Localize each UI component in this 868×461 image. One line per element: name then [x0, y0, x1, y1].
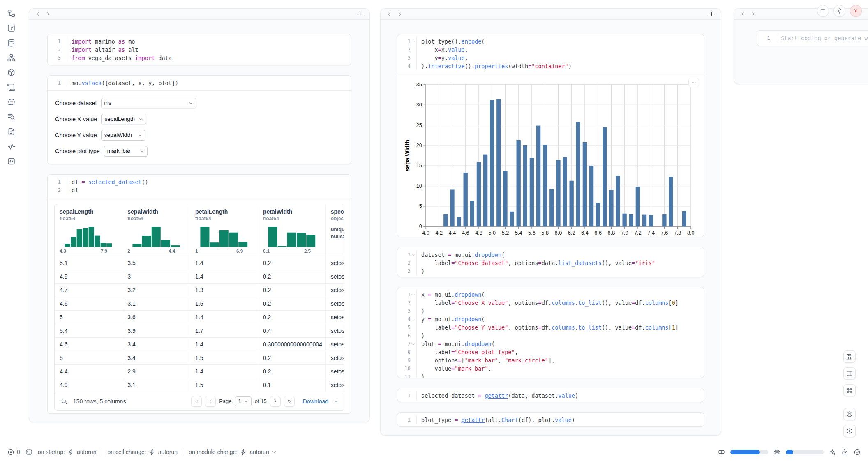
sidebar-snippets-button[interactable] [7, 157, 16, 166]
chevron-right-icon[interactable] [45, 11, 51, 17]
x-value-dropdown[interactable]: sepalLength [101, 114, 146, 124]
terminal-button[interactable] [25, 449, 32, 456]
column-header[interactable]: speciesobjectunique:nulls: [326, 204, 344, 256]
database-icon [7, 39, 16, 47]
errors-button[interactable]: 0 [7, 449, 20, 456]
code-editor-selected[interactable]: 1selected_dataset = getattr(data, datase… [397, 388, 704, 403]
table-row[interactable]: 4.73.21.30.2setosa [55, 284, 344, 297]
cell-dataframe: 1df = selected_dataset()2df sepalLengthf… [47, 174, 351, 414]
svg-text:5.0: 5.0 [488, 230, 496, 236]
svg-text:6.2: 6.2 [568, 230, 575, 236]
table-row[interactable]: 53.61.40.2setosa [55, 311, 344, 324]
dropdown-label: Choose dataset [55, 100, 97, 106]
column-header[interactable]: petalLengthfloat6416.9 [190, 204, 258, 256]
code-line: 1plot_type().encode( [400, 37, 700, 46]
on-module-change-setting[interactable]: on module change: autorun [189, 449, 277, 456]
table-row[interactable]: 5.13.51.40.2setosa [55, 256, 344, 270]
run-all-button[interactable] [843, 425, 856, 437]
fold-icon[interactable] [411, 315, 416, 323]
generate-with-ai-link[interactable]: generate [834, 34, 861, 42]
window-controls [817, 5, 862, 17]
code-editor-plot[interactable]: 1plot_type().encode(2 x=x.value,3 y=y.va… [397, 34, 704, 74]
plot-type-dropdown[interactable]: mark_bar [104, 146, 148, 157]
code-editor-dataframe[interactable]: 1df = selected_dataset()2df [48, 175, 351, 198]
prev-page-button[interactable] [205, 396, 216, 407]
code-editor-empty[interactable]: 1 Start coding or generate with AI [757, 31, 868, 46]
save-button[interactable] [843, 350, 856, 363]
column-header[interactable]: sepalWidthfloat6424.4 [122, 204, 190, 256]
fold-icon[interactable] [411, 37, 416, 46]
on-cell-change-setting[interactable]: on cell change: autorun [107, 449, 178, 456]
interrupt-button[interactable] [843, 408, 856, 420]
sidebar-function-button[interactable]: f [7, 24, 16, 32]
panel-middle-header [381, 9, 721, 20]
column-header[interactable]: sepalLengthfloat644.37.9 [55, 204, 122, 256]
table-row[interactable]: 4.63.41.40.30000000000000004setosa [55, 338, 344, 351]
on-startup-setting[interactable]: on startup: autorun [38, 449, 97, 456]
svg-text:5.4: 5.4 [515, 230, 522, 236]
last-page-button[interactable] [284, 396, 295, 407]
table-row[interactable]: 4.63.11.50.2setosa [55, 297, 344, 311]
chevron-right-icon[interactable] [397, 11, 403, 17]
settings-button[interactable] [833, 5, 845, 17]
code-editor-plottype[interactable]: 1plot_type = getattr(alt.Chart(df), plot… [397, 413, 704, 427]
connection-status-button[interactable] [854, 449, 861, 456]
code-editor-xyplot[interactable]: 1x = mo.ui.dropdown(2 label="Choose X va… [397, 287, 704, 378]
code-editor-vstack[interactable]: 1mo.vstack([dataset, x, y, plot]) [48, 76, 351, 90]
column-histogram[interactable] [195, 226, 253, 247]
chat-icon [7, 98, 16, 106]
chevron-left-icon[interactable] [386, 11, 392, 17]
table-row[interactable]: 53.41.50.2setosa [55, 351, 344, 365]
menu-button[interactable] [817, 5, 829, 17]
copilot-button[interactable] [841, 449, 848, 456]
download-button[interactable]: Download [303, 398, 338, 405]
column-histogram[interactable] [127, 226, 185, 247]
code-editor-dataset[interactable]: 1dataset = mo.ui.dropdown(2 label="Choos… [397, 247, 704, 277]
add-column-button[interactable] [708, 11, 715, 18]
svg-text:30: 30 [416, 102, 422, 108]
fold-icon[interactable] [411, 290, 416, 299]
ai-assist-button[interactable] [829, 449, 836, 456]
chart-options-button[interactable] [688, 78, 699, 87]
table-scroll-area[interactable]: sepalLengthfloat644.37.9sepalWidthfloat6… [55, 204, 344, 392]
chevron-right-icon[interactable] [750, 11, 756, 17]
sidebar-dependency-graph-button[interactable] [7, 53, 16, 62]
chevron-left-icon[interactable] [35, 11, 41, 17]
add-column-button[interactable] [357, 11, 364, 18]
sidebar-package-button[interactable] [7, 68, 16, 77]
bar-chart[interactable]: 4.04.24.44.64.85.05.25.45.65.86.06.26.46… [404, 79, 697, 237]
column-histogram[interactable] [60, 226, 117, 247]
table-row[interactable]: 4.931.40.2setosa [55, 270, 344, 284]
code-line: 1dataset = mo.ui.dropdown( [400, 251, 700, 259]
table-row[interactable]: 4.93.11.50.1setosa [55, 378, 344, 392]
search-icon[interactable] [60, 398, 67, 405]
status-bar: 0 on startup: autorun on cell change: au… [0, 443, 868, 461]
column-histogram[interactable] [263, 226, 321, 247]
dataset-dropdown[interactable]: iris [101, 98, 196, 108]
page-select[interactable]: 1 [235, 396, 252, 406]
shutdown-button[interactable] [850, 5, 862, 17]
first-page-button[interactable] [191, 396, 202, 407]
sidebar-file-tree-button[interactable] [7, 9, 16, 18]
svg-text:4.8: 4.8 [475, 230, 482, 236]
next-page-button[interactable] [270, 396, 281, 407]
layout-button[interactable] [843, 367, 856, 380]
sidebar-logs-button[interactable] [7, 113, 16, 121]
code-editor-imports[interactable]: 1import marimo as mo2import altair as al… [48, 34, 351, 65]
table-row[interactable]: 5.43.91.70.4setosa [55, 324, 344, 338]
chevron-left-icon[interactable] [740, 11, 746, 17]
chevron-down-icon [334, 399, 338, 403]
fold-icon[interactable] [411, 251, 416, 259]
table-row[interactable]: 4.42.91.40.2setosa [55, 365, 344, 378]
shortcuts-button[interactable] [843, 384, 856, 396]
sidebar-database-button[interactable] [7, 39, 16, 47]
sidebar-chat-button[interactable] [7, 98, 16, 106]
sidebar-documentation-button[interactable] [7, 127, 16, 136]
sidebar-scratchpad-button[interactable] [7, 83, 16, 92]
y-value-dropdown[interactable]: sepalWidth [101, 130, 145, 141]
sidebar-tracing-button[interactable] [7, 142, 16, 151]
column-header[interactable]: petalWidthfloat640.12.5 [258, 204, 326, 256]
dataframe-table: sepalLengthfloat644.37.9sepalWidthfloat6… [54, 204, 344, 411]
svg-text:7.8: 7.8 [674, 230, 681, 236]
fold-icon[interactable] [411, 340, 416, 348]
